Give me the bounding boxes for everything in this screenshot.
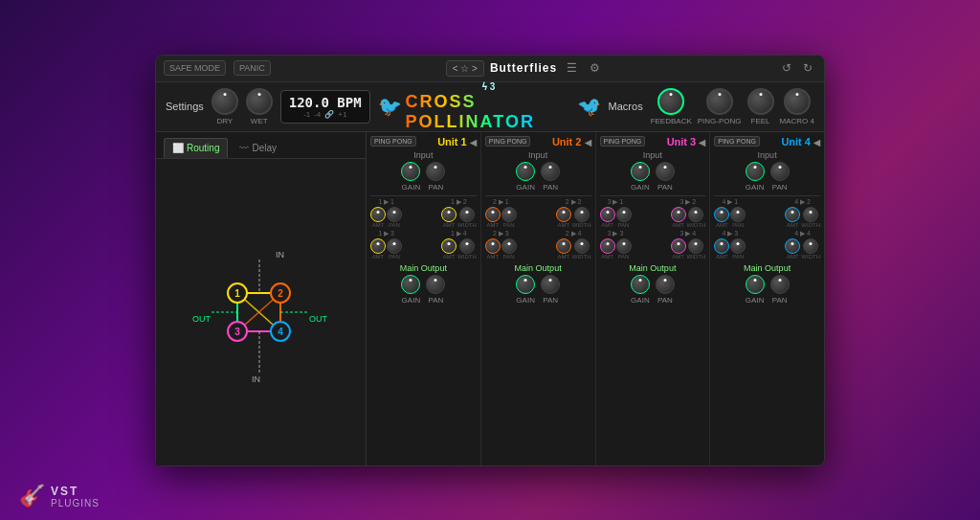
unit-1-column: PING PONG Unit 1 ◀ Input GAIN PAN xyxy=(367,132,481,465)
unit2-number: Unit 2 ◀ xyxy=(552,136,591,147)
wet-knob[interactable] xyxy=(246,88,273,115)
unit2-2-3-pan[interactable] xyxy=(501,238,517,254)
routing-diagram[interactable]: IN OUT OUT IN xyxy=(185,240,338,384)
undo-button[interactable]: ↺ xyxy=(778,59,795,77)
unit1-amt-row2: AMT WIDTH xyxy=(441,207,477,228)
panel-tabs: ⬜ Routing 〰 Delay xyxy=(156,132,366,159)
unit1-1-1-amt[interactable] xyxy=(370,207,386,222)
unit2-route-2-4: 2 ▶ 4 AMT WIDTH xyxy=(556,230,591,260)
unit1-1-3-pan[interactable] xyxy=(387,238,402,254)
settings-icon[interactable]: ⚙ xyxy=(586,59,603,77)
unit4-4-4-width[interactable] xyxy=(803,238,818,254)
unit3-pan-knob[interactable] xyxy=(656,162,675,181)
unit2-2-4-width[interactable] xyxy=(574,238,590,254)
dry-knob[interactable] xyxy=(212,88,238,115)
ping-pong-knob-group: PING-PONG xyxy=(698,88,742,125)
unit1-1-1-pan[interactable] xyxy=(387,207,402,222)
unit2-2-2-amt[interactable] xyxy=(556,207,571,222)
unit1-out-gain-knob[interactable] xyxy=(401,275,420,294)
unit2-ping-pong[interactable]: PING PONG xyxy=(485,136,531,147)
routing-tab[interactable]: ⬜ Routing xyxy=(164,138,228,158)
unit3-3-1-pan[interactable] xyxy=(616,207,632,222)
unit4-4-1-pan[interactable] xyxy=(730,207,746,222)
preset-nav[interactable]: < ☆ > xyxy=(446,60,484,77)
unit1-out-pan-group: PAN xyxy=(426,275,445,305)
unit2-2-1-pan[interactable] xyxy=(501,207,517,222)
unit2-pan-knob[interactable] xyxy=(541,162,560,181)
delay-tab-label: Delay xyxy=(252,143,277,153)
unit4-gain-label: GAIN xyxy=(746,183,765,192)
unit2-2-3-amt[interactable] xyxy=(485,238,501,254)
unit4-4-2-amt[interactable] xyxy=(785,207,800,222)
unit2-2-1-amt[interactable] xyxy=(485,207,501,222)
unit1-gain-knob[interactable] xyxy=(401,162,420,181)
feel-knob[interactable] xyxy=(747,88,774,115)
unit2-out-pan-knob[interactable] xyxy=(541,275,560,294)
delay-tab[interactable]: 〰 Delay xyxy=(232,138,284,158)
units-panel: PING PONG Unit 1 ◀ Input GAIN PAN xyxy=(367,132,824,465)
bpm-link[interactable]: 🔗 xyxy=(324,110,334,119)
unit4-pan-knob[interactable] xyxy=(770,162,790,181)
unit3-3-1-amt[interactable] xyxy=(600,207,615,222)
unit2-2-4-amt[interactable] xyxy=(556,238,571,254)
unit3-output-knobs: GAIN PAN xyxy=(600,275,706,305)
unit3-out-gain-knob[interactable] xyxy=(631,275,650,294)
unit2-route-2-3: 2 ▶ 3 AMT PAN xyxy=(485,230,517,260)
bpm-value[interactable]: 120.0 BPM xyxy=(289,95,362,110)
unit2-pan-group: PAN xyxy=(541,162,560,192)
unit1-pan-knob[interactable] xyxy=(426,162,445,181)
routing-canvas[interactable]: IN OUT OUT IN xyxy=(156,159,366,465)
unit1-1-2-width[interactable] xyxy=(459,207,475,222)
unit2-gain-knob[interactable] xyxy=(516,162,535,181)
unit4-out-pan-knob[interactable] xyxy=(770,275,790,294)
unit4-gain-knob[interactable] xyxy=(746,162,765,181)
unit3-3-4-width[interactable] xyxy=(688,238,703,254)
unit3-3-2-width[interactable] xyxy=(688,207,703,222)
unit1-1-3-amt[interactable] xyxy=(370,238,386,254)
feedback-knob[interactable] xyxy=(657,88,684,115)
bpm-minus4[interactable]: -4 xyxy=(314,110,321,119)
unit4-ping-pong[interactable]: PING PONG xyxy=(714,136,760,147)
unit1-header: PING PONG Unit 1 ◀ xyxy=(370,136,477,147)
unit4-output-label: Main Output xyxy=(714,263,820,273)
unit4-4-3-pan[interactable] xyxy=(730,238,746,254)
unit4-4-2-width[interactable] xyxy=(803,207,818,222)
unit3-ping-pong[interactable]: PING PONG xyxy=(600,136,646,147)
unit1-1-2-amt[interactable] xyxy=(441,207,457,222)
unit1-1-4-width[interactable] xyxy=(459,238,475,254)
svg-text:IN: IN xyxy=(276,250,284,260)
unit3-3-3-pan[interactable] xyxy=(616,238,632,254)
unit4-4-4-amt[interactable] xyxy=(785,238,800,254)
bpm-plus1[interactable]: +1 xyxy=(338,110,346,119)
svg-text:OUT: OUT xyxy=(309,314,328,324)
unit1-ping-pong[interactable]: PING PONG xyxy=(370,136,416,147)
redo-button[interactable]: ↻ xyxy=(799,59,816,77)
unit3-out-pan-knob[interactable] xyxy=(656,275,675,294)
unit4-4-1-amt[interactable] xyxy=(714,207,729,222)
unit2-output-label: Main Output xyxy=(485,263,591,273)
routing-icon: ⬜ xyxy=(172,143,184,153)
svg-text:4: 4 xyxy=(278,327,283,337)
safe-mode-button[interactable]: SAFE MODE xyxy=(164,60,226,76)
hamburger-icon[interactable]: ☰ xyxy=(563,59,580,77)
ping-pong-knob[interactable] xyxy=(706,88,733,115)
unit4-route-row2: 4 ▶ 3 AMT PAN 4 ▶ 4 AMT WIDTH xyxy=(714,230,820,260)
unit2-out-gain-knob[interactable] xyxy=(516,275,535,294)
feel-knob-group: FEEL xyxy=(747,88,774,125)
unit3-gain-knob[interactable] xyxy=(631,162,650,181)
unit1-out-pan-knob[interactable] xyxy=(426,275,445,294)
unit4-out-gain-knob[interactable] xyxy=(746,275,765,294)
unit3-3-4-amt[interactable] xyxy=(671,238,686,254)
unit1-1-4-amt[interactable] xyxy=(441,238,457,254)
bpm-minus1[interactable]: -1 xyxy=(303,110,310,119)
unit3-3-2-amt[interactable] xyxy=(671,207,686,222)
preset-name: Butterflies xyxy=(490,61,557,75)
panic-button[interactable]: PANIC xyxy=(234,60,271,76)
unit2-2-2-width[interactable] xyxy=(574,207,590,222)
routing-tab-label: Routing xyxy=(187,143,219,153)
macro4-knob[interactable] xyxy=(784,88,811,115)
unit2-pan-label: PAN xyxy=(543,183,558,192)
unit3-3-3-amt[interactable] xyxy=(600,238,615,254)
unit1-output-label: Main Output xyxy=(370,263,477,273)
unit4-4-3-amt[interactable] xyxy=(714,238,729,254)
